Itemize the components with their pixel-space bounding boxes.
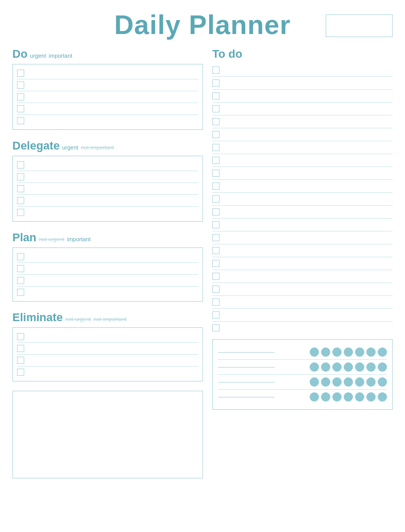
checkbox[interactable]: [212, 144, 220, 151]
habit-dot[interactable]: [378, 347, 387, 357]
habit-dot[interactable]: [332, 347, 342, 357]
check-line: [224, 263, 393, 264]
habit-dot[interactable]: [332, 362, 342, 372]
list-item: [17, 171, 198, 183]
habit-dot[interactable]: [310, 392, 319, 402]
habit-dot[interactable]: [378, 362, 387, 372]
checkbox[interactable]: [212, 247, 220, 254]
checkbox[interactable]: [212, 286, 220, 293]
habit-dot[interactable]: [321, 362, 330, 372]
habit-label-line: [218, 397, 275, 397]
habit-dot[interactable]: [310, 362, 319, 372]
checkbox[interactable]: [17, 357, 24, 364]
checkbox[interactable]: [17, 197, 24, 204]
checkbox[interactable]: [212, 273, 220, 280]
checkbox[interactable]: [212, 182, 220, 190]
habit-dot[interactable]: [355, 347, 364, 357]
check-line: [224, 122, 393, 122]
todo-item: [212, 141, 393, 154]
checkbox[interactable]: [17, 81, 24, 89]
check-line: [224, 109, 393, 109]
section-eliminate-label: Eliminate: [12, 311, 63, 324]
notes-box[interactable]: [12, 391, 203, 478]
checkbox[interactable]: [17, 105, 24, 112]
checkbox[interactable]: [17, 209, 24, 216]
checkbox[interactable]: [212, 170, 220, 177]
check-line: [28, 292, 198, 293]
todo-item: [212, 296, 393, 309]
checkbox[interactable]: [212, 324, 220, 331]
checkbox[interactable]: [17, 161, 24, 169]
check-line: [28, 337, 198, 337]
checkbox[interactable]: [212, 131, 220, 138]
habit-dot[interactable]: [344, 392, 353, 402]
check-line: [28, 97, 198, 97]
check-line: [224, 173, 393, 174]
check-line: [224, 135, 393, 135]
checkbox[interactable]: [212, 195, 220, 203]
todo-item: [212, 64, 393, 77]
todo-item: [212, 115, 393, 128]
checkbox[interactable]: [17, 185, 24, 192]
checkbox[interactable]: [212, 298, 220, 306]
habit-dot[interactable]: [378, 377, 387, 387]
checkbox[interactable]: [212, 105, 220, 112]
habit-dots: [310, 362, 387, 372]
habit-dot[interactable]: [321, 392, 330, 402]
checkbox[interactable]: [212, 79, 220, 87]
checkbox[interactable]: [212, 157, 220, 164]
check-line: [28, 280, 198, 281]
habit-row: [218, 390, 387, 404]
habit-dot[interactable]: [344, 347, 353, 357]
todo-item: [212, 193, 393, 206]
check-line: [28, 85, 198, 86]
checkbox[interactable]: [17, 70, 24, 77]
habit-dot[interactable]: [366, 377, 376, 387]
habit-dot[interactable]: [344, 362, 353, 372]
date-input-box[interactable]: [326, 14, 393, 37]
checkbox[interactable]: [212, 66, 220, 74]
habit-dot[interactable]: [344, 377, 353, 387]
eliminate-list-box: [12, 327, 203, 381]
section-plan-sub1: not urgent: [39, 236, 64, 242]
habit-dot[interactable]: [321, 347, 330, 357]
habit-dot[interactable]: [332, 377, 342, 387]
habit-dot[interactable]: [355, 392, 364, 402]
checkbox[interactable]: [212, 92, 220, 99]
habit-dot[interactable]: [355, 362, 364, 372]
check-line: [224, 238, 393, 238]
habit-dot[interactable]: [366, 362, 376, 372]
section-eliminate-sub2: not important: [93, 316, 126, 322]
habit-dot[interactable]: [355, 377, 364, 387]
checkbox[interactable]: [17, 345, 24, 352]
main-layout: Do urgent important Delegate urgent not …: [12, 47, 393, 478]
checkbox[interactable]: [17, 93, 24, 101]
checkbox[interactable]: [17, 173, 24, 180]
check-line: [28, 177, 198, 177]
list-item: [17, 343, 198, 355]
habit-dot[interactable]: [366, 347, 376, 357]
checkbox[interactable]: [17, 333, 24, 340]
habit-dot[interactable]: [321, 377, 330, 387]
checkbox[interactable]: [212, 234, 220, 241]
checkbox[interactable]: [212, 311, 220, 319]
checkbox[interactable]: [17, 369, 24, 376]
checkbox[interactable]: [17, 277, 24, 284]
check-line: [224, 147, 393, 148]
checkbox[interactable]: [212, 208, 220, 215]
checkbox[interactable]: [212, 118, 220, 125]
todo-title: To do: [212, 47, 393, 61]
habit-dot[interactable]: [378, 392, 387, 402]
habit-dot[interactable]: [310, 347, 319, 357]
habit-dot[interactable]: [332, 392, 342, 402]
habit-dot[interactable]: [310, 377, 319, 387]
checkbox[interactable]: [212, 221, 220, 228]
checkbox[interactable]: [17, 253, 24, 260]
checkbox[interactable]: [17, 289, 24, 296]
checkbox[interactable]: [17, 265, 24, 272]
checkbox[interactable]: [212, 260, 220, 267]
habit-dot[interactable]: [366, 392, 376, 402]
checkbox[interactable]: [17, 117, 24, 124]
section-eliminate-sub1: not urgent: [65, 316, 91, 322]
left-column: Do urgent important Delegate urgent not …: [12, 47, 203, 478]
